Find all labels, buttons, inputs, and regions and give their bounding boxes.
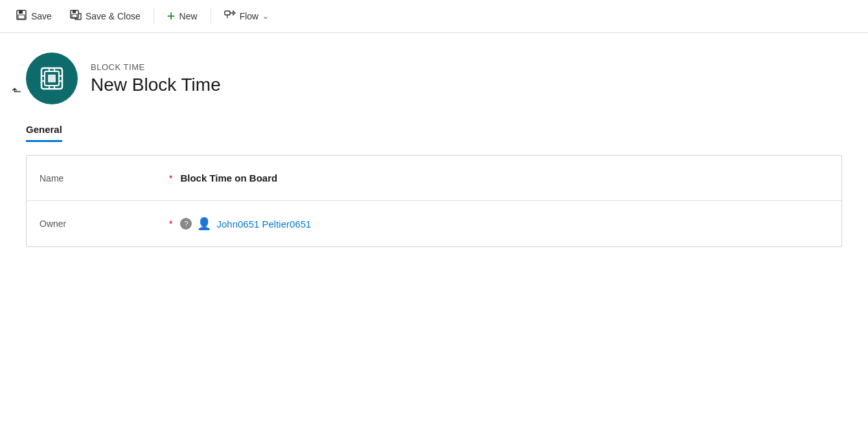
field-name-row: Name * Block Time on Board <box>27 156 841 201</box>
svg-rect-5 <box>72 14 77 18</box>
svg-rect-9 <box>48 75 56 82</box>
flow-chevron-icon: ⌄ <box>262 12 269 21</box>
svg-rect-4 <box>73 10 76 13</box>
owner-label: Owner <box>40 219 169 229</box>
name-label: Name <box>40 173 169 184</box>
flow-label: Flow <box>240 11 259 21</box>
save-close-button[interactable]: Save & Close <box>62 5 148 27</box>
form-section: Name * Block Time on Board Owner * ? 👤 J… <box>26 155 842 247</box>
entity-name: New Block Time <box>91 75 221 95</box>
owner-help-icon[interactable]: ? <box>180 218 192 230</box>
tab-general[interactable]: General <box>26 124 62 142</box>
toolbar-divider-2 <box>211 8 211 24</box>
owner-row-content: ? 👤 John0651 Peltier0651 <box>180 217 311 231</box>
name-required-indicator: * <box>169 173 172 184</box>
save-close-label: Save & Close <box>86 11 141 21</box>
flow-button[interactable]: Flow ⌄ <box>216 5 277 27</box>
save-close-icon <box>70 9 82 23</box>
owner-value[interactable]: John0651 Peltier0651 <box>216 219 311 230</box>
entity-icon <box>26 53 78 104</box>
new-button[interactable]: + New <box>159 5 205 27</box>
entity-type: BLOCK TIME <box>91 62 221 72</box>
field-owner-row: Owner * ? 👤 John0651 Peltier0651 <box>27 201 841 246</box>
svg-rect-6 <box>225 11 230 15</box>
svg-rect-1 <box>19 10 23 14</box>
page-header: BLOCK TIME New Block Time <box>0 33 868 117</box>
owner-required-indicator: * <box>169 219 172 229</box>
save-icon <box>16 9 27 23</box>
name-value[interactable]: Block Time on Board <box>180 172 277 184</box>
new-icon: + <box>167 9 176 23</box>
tabs-section: General <box>0 124 868 142</box>
toolbar: Save Save & Close + New <box>0 0 868 33</box>
entity-title-group: BLOCK TIME New Block Time <box>91 62 221 95</box>
toolbar-divider <box>154 8 154 24</box>
save-button[interactable]: Save <box>8 5 60 27</box>
svg-rect-2 <box>18 15 25 19</box>
save-label: Save <box>31 11 52 21</box>
flow-icon <box>224 9 236 23</box>
new-label: New <box>179 11 198 21</box>
user-icon: 👤 <box>197 217 211 231</box>
